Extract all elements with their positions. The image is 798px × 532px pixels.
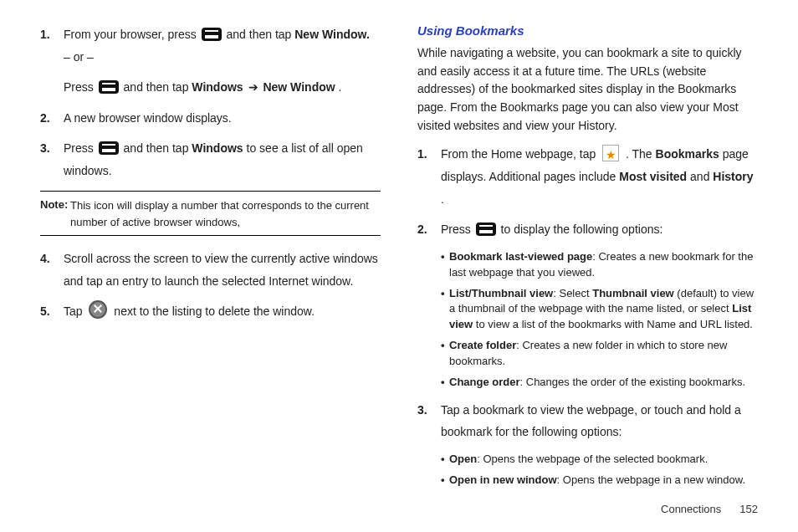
bold: Thumbnail view	[592, 287, 674, 299]
text: Press	[64, 80, 97, 94]
menu-icon	[202, 28, 222, 41]
right-step-2: 2. Press to display the following option…	[417, 218, 758, 241]
right-steps: 1. From the Home webpage, tap . The Book…	[417, 143, 758, 488]
bullet-list: • Open: Opens the webpage of the selecte…	[441, 452, 758, 489]
footer-section: Connections	[661, 503, 721, 515]
arrow: ➔	[248, 80, 262, 94]
text: to display the following options:	[501, 223, 663, 236]
left-step-2: 2. A new browser window displays.	[40, 107, 381, 130]
left-steps: 1. From your browser, press and then tap…	[40, 23, 381, 182]
bold: Open in new window	[449, 473, 557, 486]
text: From the Home webpage, tap	[441, 147, 599, 161]
step-body: Scroll across the screen to view the cur…	[64, 248, 381, 292]
left-steps-cont: 4. Scroll across the screen to view the …	[40, 248, 381, 323]
step2-options: • Bookmark last-viewed page: Creates a n…	[441, 249, 758, 391]
footer-page-number: 152	[739, 503, 758, 515]
step-body: From the Home webpage, tap . The Bookmar…	[441, 143, 758, 210]
bullet-list: • Bookmark last-viewed page: Creates a n…	[441, 249, 758, 391]
step-body: From your browser, press and then tap Ne…	[64, 23, 381, 99]
bullet-text: Open: Opens the webpage of the selected …	[449, 452, 758, 468]
right-column: Using Bookmarks While navigating a websi…	[417, 23, 758, 496]
menu-icon	[99, 80, 119, 94]
bold: History	[713, 170, 753, 183]
step-number: 4.	[40, 248, 64, 292]
bold: List/Thumbnail view	[449, 287, 553, 299]
right-step-3: 3. Tap a bookmark to view the webpage, o…	[417, 399, 758, 443]
text: and then tap	[124, 141, 192, 155]
left-step-4: 4. Scroll across the screen to view the …	[40, 248, 381, 292]
text: next to the listing to delete the window…	[114, 304, 315, 318]
text: . The	[626, 147, 656, 161]
text: From your browser, press	[64, 28, 200, 41]
left-step-1: 1. From your browser, press and then tap…	[40, 23, 381, 99]
note-body: This icon will display a number that cor…	[70, 197, 381, 230]
bookmark-star-icon	[602, 145, 619, 161]
bullet-dot: •	[441, 473, 449, 489]
bullet-text: Create folder: Creates a new folder in w…	[449, 338, 758, 370]
text: .	[441, 192, 444, 206]
list-item: • Bookmark last-viewed page: Creates a n…	[441, 249, 758, 281]
bold: Windows	[192, 141, 243, 155]
step-body: Press to display the following options:	[441, 218, 758, 241]
left-column: 1. From your browser, press and then tap…	[40, 23, 381, 496]
text: : Opens the webpage in a new window.	[557, 473, 745, 486]
text: .	[339, 80, 342, 94]
step-body: Tap next to the listing to delete the wi…	[64, 300, 381, 323]
bullet-dot: •	[441, 338, 449, 370]
close-icon	[89, 300, 107, 319]
text: and then tap	[227, 28, 295, 41]
step-body: A new browser window displays.	[64, 107, 381, 130]
right-step-1: 1. From the Home webpage, tap . The Book…	[417, 143, 758, 210]
left-step-3: 3. Press and then tap Windows to see a l…	[40, 137, 381, 182]
list-item: • Change order: Changes the order of the…	[441, 375, 758, 391]
text: : Select	[553, 287, 592, 299]
bold: Change order	[449, 376, 520, 388]
bold: New Window	[263, 80, 335, 94]
page-body: 1. From your browser, press and then tap…	[40, 23, 758, 496]
step-number: 2.	[40, 107, 64, 130]
step-body: Press and then tap Windows to see a list…	[64, 137, 381, 182]
bullet-text: List/Thumbnail view: Select Thumbnail vi…	[449, 286, 758, 334]
step-number: 5.	[40, 300, 64, 323]
text: : Opens the webpage of the selected book…	[477, 453, 708, 465]
bold: Windows	[192, 80, 243, 94]
menu-icon	[476, 223, 496, 236]
bullet-dot: •	[441, 286, 449, 334]
step-number: 3.	[417, 399, 441, 443]
text: and	[690, 170, 713, 183]
step-number: 1.	[417, 143, 441, 210]
step-number: 1.	[40, 23, 64, 99]
step-number: 3.	[40, 137, 64, 182]
text: Press	[441, 223, 474, 236]
note-box: Note: This icon will display a number th…	[40, 191, 381, 237]
text: and then tap	[124, 80, 192, 94]
step-body: Tap a bookmark to view the webpage, or t…	[441, 399, 758, 443]
list-item: • List/Thumbnail view: Select Thumbnail …	[441, 286, 758, 334]
bullet-text: Open in new window: Opens the webpage in…	[449, 473, 758, 489]
bold: Bookmarks	[656, 147, 719, 161]
bullet-text: Change order: Changes the order of the e…	[449, 375, 758, 391]
bullet-dot: •	[441, 452, 449, 468]
or-line: – or –	[64, 46, 381, 69]
bold: New Window.	[294, 28, 370, 41]
menu-icon	[99, 141, 119, 155]
bold: Open	[449, 453, 477, 465]
subheading-using-bookmarks: Using Bookmarks	[417, 23, 758, 38]
step3-options: • Open: Opens the webpage of the selecte…	[441, 452, 758, 489]
text: : Changes the order of the existing book…	[520, 376, 746, 388]
text: Tap	[64, 304, 85, 318]
bold: Most visited	[619, 170, 687, 183]
step-number: 2.	[417, 218, 441, 241]
left-step-5: 5. Tap next to the listing to delete the…	[40, 300, 381, 323]
bold: Create folder	[449, 339, 516, 351]
bullet-dot: •	[441, 375, 449, 391]
intro-paragraph: While navigating a website, you can book…	[417, 44, 758, 135]
bullet-dot: •	[441, 249, 449, 281]
note-label: Note:	[40, 198, 68, 211]
bullet-text: Bookmark last-viewed page: Creates a new…	[449, 249, 758, 281]
text: to view a list of the bookmarks with Nam…	[473, 318, 753, 330]
bold: Bookmark last-viewed page	[449, 250, 592, 263]
list-item: • Create folder: Creates a new folder in…	[441, 338, 758, 370]
list-item: • Open: Opens the webpage of the selecte…	[441, 452, 758, 468]
text: Press	[64, 141, 97, 155]
